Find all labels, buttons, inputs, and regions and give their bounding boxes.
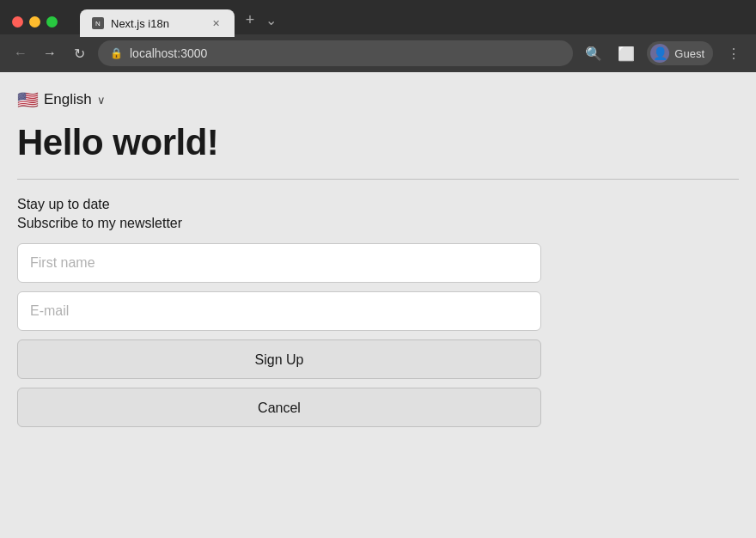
traffic-lights — [12, 16, 58, 28]
page-content: 🇺🇸 English ∨ Hello world! Stay up to dat… — [0, 72, 756, 507]
profile-name: Guest — [674, 47, 704, 60]
tab-view-icon[interactable]: ⬜ — [614, 41, 638, 65]
close-window-button[interactable] — [12, 16, 23, 28]
tab-favicon: N — [92, 17, 104, 29]
tab-bar: N Next.js i18n ✕ + ⌄ — [68, 6, 292, 37]
reload-button[interactable]: ↻ — [69, 43, 89, 64]
maximize-window-button[interactable] — [46, 16, 58, 28]
cancel-button[interactable]: Cancel — [17, 388, 541, 427]
divider — [17, 179, 739, 180]
first-name-input[interactable] — [17, 243, 541, 283]
url-text: localhost:3000 — [130, 46, 207, 60]
language-label: English — [44, 91, 92, 108]
tab-title: Next.js i18n — [111, 17, 202, 30]
url-bar[interactable]: 🔒 localhost:3000 — [98, 40, 573, 66]
tab-close-button[interactable]: ✕ — [209, 16, 223, 30]
minimize-window-button[interactable] — [29, 16, 40, 28]
avatar: 👤 — [650, 44, 669, 63]
address-bar: ← → ↻ 🔒 localhost:3000 🔍 ⬜ 👤 Guest ⋮ — [0, 34, 756, 72]
browser-window: N Next.js i18n ✕ + ⌄ ← → ↻ 🔒 localhost:3… — [0, 0, 756, 507]
forward-button[interactable]: → — [40, 43, 60, 64]
flag-icon: 🇺🇸 — [17, 89, 39, 110]
signup-button[interactable]: Sign Up — [17, 339, 541, 379]
page-title: Hello world! — [17, 122, 739, 163]
active-tab[interactable]: N Next.js i18n ✕ — [80, 9, 235, 37]
back-button[interactable]: ← — [10, 43, 31, 64]
title-bar: N Next.js i18n ✕ + ⌄ — [0, 0, 756, 34]
browser-actions: 🔍 ⬜ 👤 Guest ⋮ — [582, 41, 746, 65]
search-icon[interactable]: 🔍 — [582, 41, 606, 65]
chevron-down-icon: ∨ — [97, 94, 106, 107]
tab-menu-button[interactable]: ⌄ — [262, 9, 280, 32]
language-selector[interactable]: 🇺🇸 English ∨ — [17, 89, 739, 110]
lock-icon: 🔒 — [110, 47, 123, 59]
browser-chrome: N Next.js i18n ✕ + ⌄ ← → ↻ 🔒 localhost:3… — [0, 0, 756, 72]
more-options-icon[interactable]: ⋮ — [722, 41, 746, 65]
section-title: Stay up to date — [17, 197, 739, 212]
profile-button[interactable]: 👤 Guest — [647, 41, 713, 65]
new-tab-button[interactable]: + — [238, 8, 262, 32]
email-input[interactable] — [17, 291, 541, 331]
section-subtitle: Subscribe to my newsletter — [17, 216, 739, 231]
